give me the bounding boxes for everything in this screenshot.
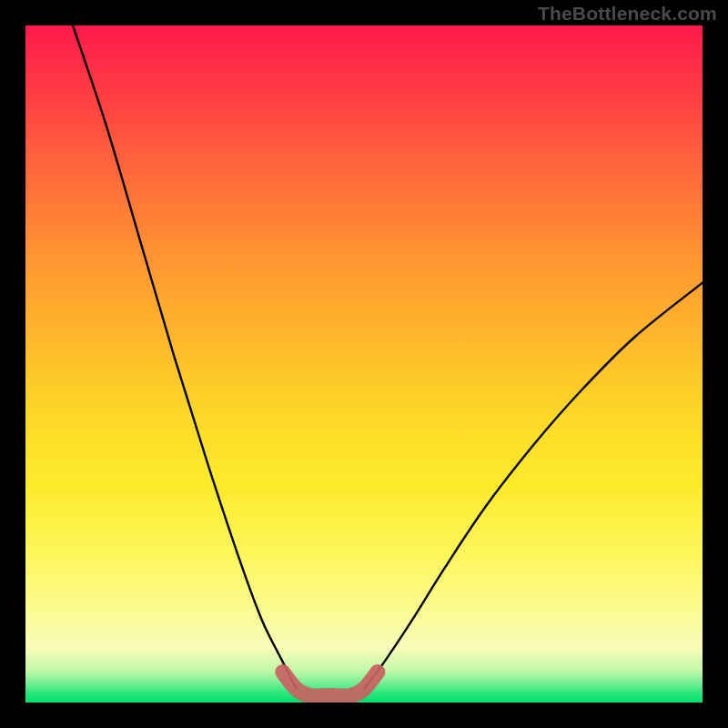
chart-frame: TheBottleneck.com <box>0 0 728 728</box>
left-curve <box>73 25 297 689</box>
plot-area <box>25 25 703 703</box>
watermark-text: TheBottleneck.com <box>538 3 717 25</box>
curves-layer <box>25 25 703 703</box>
bottom-highlight <box>283 672 378 697</box>
right-curve <box>364 283 703 689</box>
